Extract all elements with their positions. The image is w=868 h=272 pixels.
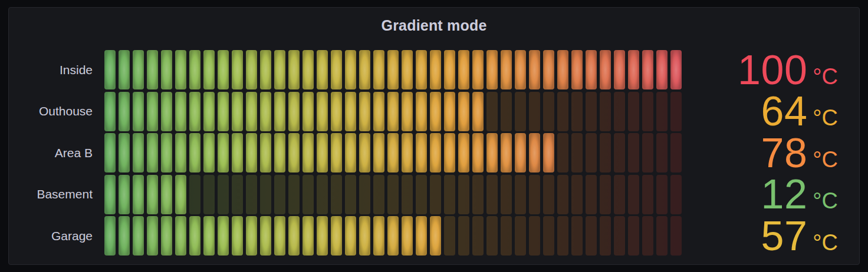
gauge-cell-lit	[359, 216, 370, 256]
gauge-cell-lit	[175, 92, 186, 131]
gauge-cell-lit	[189, 216, 200, 256]
gauge-row: Basement12°C	[9, 175, 859, 214]
gauge-cell-unlit	[458, 216, 469, 256]
gauge-cell-lit	[161, 92, 172, 131]
gauge-cell-lit	[543, 133, 554, 173]
gauge-cell-unlit	[571, 133, 583, 173]
gauge-cell-unlit	[656, 175, 668, 214]
gauge-cell-lit	[345, 50, 356, 89]
gauge-cell-lit	[189, 92, 200, 131]
gauge-cell-lit	[274, 50, 285, 89]
gauge-cell-unlit	[246, 175, 257, 214]
gauge-cell-lit	[104, 92, 116, 131]
gauge-cell-lit	[345, 133, 356, 173]
gauge-cell-lit	[557, 50, 568, 89]
gauge-cell-unlit	[642, 216, 653, 256]
gauge-cell-unlit	[515, 175, 526, 214]
gauge-cell-lit	[161, 50, 172, 89]
gauge-cell-lit	[373, 92, 384, 131]
value-number: 100	[738, 49, 807, 91]
gauge-cell-unlit	[656, 216, 668, 256]
gauge-cell-unlit	[402, 175, 413, 214]
row-value: 78°C	[682, 133, 859, 173]
gauge-cell-unlit	[628, 216, 639, 256]
gauge-cell-unlit	[529, 92, 540, 131]
gauge-cell-lit	[119, 175, 130, 214]
gauge-cell-lit	[373, 216, 384, 256]
gauge-cell-unlit	[571, 175, 583, 214]
gauge-cell-lit	[529, 133, 540, 173]
gauge-cell-unlit	[614, 175, 625, 214]
gauge-cell-lit	[642, 50, 653, 89]
gauge-cell-unlit	[600, 175, 611, 214]
gauge-cell-lit	[232, 216, 243, 256]
row-label: Garage	[9, 216, 104, 256]
gauge-cell-unlit	[670, 216, 682, 256]
gauge-cell-lit	[175, 216, 186, 256]
gauge-cell-unlit	[472, 216, 484, 256]
gauge-cell-unlit	[331, 175, 342, 214]
gauge-cell-lit	[373, 133, 384, 173]
gauge-cell-lit	[274, 216, 285, 256]
gauge-cell-unlit	[515, 92, 526, 131]
panel-title[interactable]: Gradient mode	[9, 17, 859, 34]
gauge-track	[104, 92, 682, 131]
gauge-cell-unlit	[614, 216, 625, 256]
gauge-cell-lit	[119, 216, 130, 256]
gauge-cell-unlit	[642, 133, 653, 173]
gauge-cell-lit	[345, 216, 356, 256]
gauge-cell-unlit	[373, 175, 384, 214]
gauge-cell-unlit	[614, 92, 625, 131]
gauge-cell-unlit	[232, 175, 243, 214]
gauge-cell-lit	[416, 50, 427, 89]
gauge-cell-unlit	[628, 175, 639, 214]
gauge-cell-lit	[416, 216, 427, 256]
gauge-cell-lit	[515, 133, 526, 173]
value-wrap: 78°C	[761, 132, 838, 174]
gauge-cell-unlit	[416, 175, 427, 214]
gauge-cell-lit	[331, 50, 342, 89]
value-wrap: 64°C	[761, 91, 838, 132]
gauge-cell-lit	[430, 92, 441, 131]
gauge-cell-lit	[288, 92, 300, 131]
gauge-cell-lit	[416, 92, 427, 131]
gauge-cell-unlit	[571, 92, 583, 131]
value-number: 64	[761, 91, 807, 132]
gauge-cell-lit	[586, 50, 597, 89]
gauge-cell-lit	[218, 92, 229, 131]
gauge-cell-lit	[288, 216, 300, 256]
gauge-cell-lit	[387, 92, 399, 131]
row-value: 100°C	[682, 50, 859, 89]
gauge-cell-lit	[331, 92, 342, 131]
gauge-cell-lit	[161, 216, 172, 256]
gauge-cell-unlit	[203, 175, 215, 214]
gauge-cell-lit	[133, 50, 144, 89]
gauge-cell-unlit	[586, 216, 597, 256]
bar-gauge-panel: Gradient mode Inside100°COuthouse64°CAre…	[8, 7, 860, 265]
gauge-cell-lit	[104, 175, 116, 214]
gauge-cell-unlit	[387, 175, 399, 214]
gauge-cell-unlit	[557, 216, 568, 256]
gauge-cell-lit	[317, 92, 328, 131]
gauge-cell-lit	[119, 50, 130, 89]
gauge-cell-unlit	[501, 216, 512, 256]
gauge-cell-lit	[458, 92, 469, 131]
gauge-cell-lit	[119, 92, 130, 131]
gauge-cell-lit	[133, 216, 144, 256]
gauge-cell-lit	[260, 92, 271, 131]
gauge-cell-lit	[246, 50, 257, 89]
gauge-cell-lit	[331, 216, 342, 256]
gauge-cell-lit	[232, 50, 243, 89]
gauge-cell-lit	[444, 92, 455, 131]
gauge-cell-lit	[402, 216, 413, 256]
gauge-cell-unlit	[317, 175, 328, 214]
gauge-cell-unlit	[571, 216, 583, 256]
gauge-cell-lit	[359, 133, 370, 173]
gauge-cell-lit	[189, 50, 200, 89]
gauge-cell-lit	[303, 92, 314, 131]
gauge-cell-unlit	[586, 175, 597, 214]
gauge-cell-lit	[444, 133, 455, 173]
value-number: 12	[761, 174, 807, 215]
gauge-cell-unlit	[557, 133, 568, 173]
gauge-cell-lit	[515, 50, 526, 89]
